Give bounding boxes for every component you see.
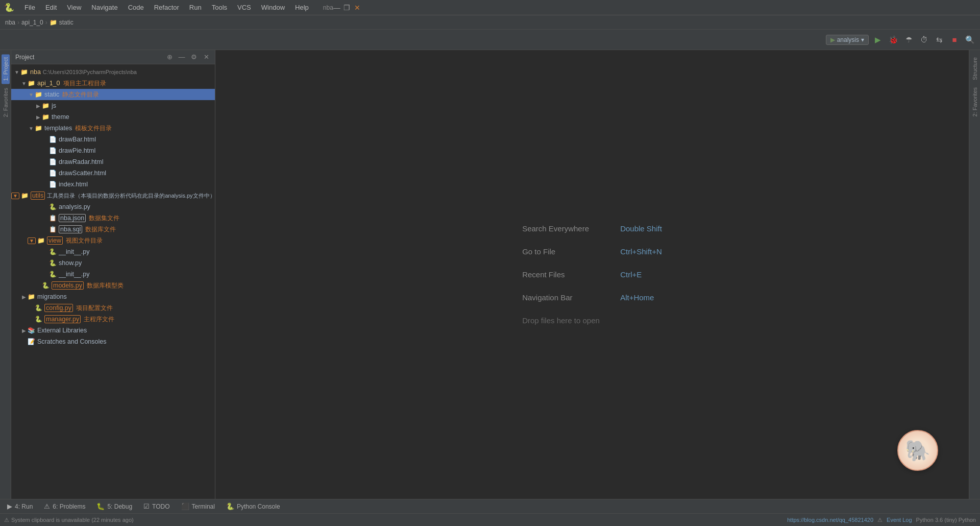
tree-item-showpy[interactable]: 🐍 show.py — [11, 257, 215, 269]
breadcrumb: nba › api_1_0 › 📁 static — [0, 15, 980, 30]
panel-title: Project — [15, 54, 162, 61]
hint-recent-files: Recent Files Ctrl+E — [522, 270, 642, 279]
tree-item-view[interactable]: ▼ 📁 view 视图文件目录 — [11, 235, 215, 246]
drop-hint-area: Search Everywhere Double Shift Go to Fil… — [502, 204, 682, 345]
menu-edit[interactable]: Edit — [41, 3, 61, 12]
breadcrumb-nba[interactable]: nba — [5, 19, 15, 26]
status-message: ⚠ System clipboard is unavailable (22 mi… — [4, 517, 134, 523]
hint-search-everywhere: Search Everywhere Double Shift — [522, 224, 662, 233]
panel-collapse-icon[interactable]: — — [177, 53, 186, 62]
app-icon: 🐍 — [4, 3, 14, 12]
tree-item-init2[interactable]: 🐍 __init__.py — [11, 269, 215, 280]
close-button[interactable]: ✕ — [354, 4, 361, 11]
status-text: System clipboard is unavailable (22 minu… — [11, 517, 134, 523]
tab-problems[interactable]: ⚠ 6: Problems — [39, 500, 90, 513]
tree-item-configpy[interactable]: 🐍 config.py 项目配置文件 — [11, 302, 215, 314]
panel-locate-icon[interactable]: ⊕ — [165, 53, 174, 62]
bottom-tabs: ▶ 4: Run ⚠ 6: Problems 🐛 5: Debug ☑ TODO… — [0, 499, 980, 513]
file-tree: ▼ 📁 nba C:\Users\20193\PycharmProjects\n… — [11, 64, 215, 499]
tree-item-analysis[interactable]: 🐍 analysis.py — [11, 201, 215, 212]
menu-help[interactable]: Help — [291, 3, 313, 12]
python-console-tab-label: Python Console — [237, 503, 280, 510]
tree-item-drawRadar[interactable]: 📄 drawRadar.html — [11, 156, 215, 168]
tree-item-external[interactable]: ▶ 📚 External Libraries — [11, 325, 215, 336]
window-title-project: nba — [323, 4, 333, 11]
csdn-link[interactable]: https://blog.csdn.net/qq_45821420 — [787, 517, 873, 523]
stop-button[interactable]: ■ — [948, 34, 961, 46]
minimize-button[interactable]: — — [333, 4, 340, 11]
tree-item-static[interactable]: ▼ 📁 static 静态文件目录 — [11, 89, 215, 100]
menu-window[interactable]: Window — [257, 3, 289, 12]
tree-item-migrations[interactable]: ▶ 📁 migrations — [11, 291, 215, 302]
panel-settings-icon[interactable]: ⚙ — [189, 53, 199, 62]
breadcrumb-static[interactable]: static — [59, 19, 74, 26]
title-bar: 🐍 File Edit View Navigate Code Refactor … — [0, 0, 980, 15]
breadcrumb-api[interactable]: api_1_0 — [21, 19, 43, 26]
search-everywhere-button[interactable]: 🔍 — [964, 34, 976, 46]
profile-button[interactable]: ⏱ — [918, 34, 930, 46]
tree-item-init1[interactable]: 🐍 __init__.py — [11, 246, 215, 257]
tree-item-index[interactable]: 📄 index.html — [11, 179, 215, 190]
tab-todo[interactable]: ☑ TODO — [138, 500, 175, 513]
right-sidebar: Structure 2: Favorites — [969, 50, 980, 499]
tree-item-api[interactable]: ▼ 📁 api_1_0 项目主工程目录 — [11, 78, 215, 89]
sidebar-tab-favorites[interactable]: 2: Favorites — [2, 85, 10, 120]
todo-tab-label: TODO — [152, 503, 169, 510]
tab-terminal[interactable]: ⬛ Terminal — [176, 500, 220, 513]
mascot-decoration: 🐘 — [897, 430, 938, 471]
menu-vcs[interactable]: VCS — [233, 3, 255, 12]
event-log-link[interactable]: Event Log — [887, 517, 912, 523]
tree-item-nba[interactable]: ▼ 📁 nba C:\Users\20193\PycharmProjects\n… — [11, 66, 215, 78]
title-bar-left: 🐍 File Edit View Navigate Code Refactor … — [4, 3, 333, 12]
panel-header: Project ⊕ — ⚙ ✕ — [11, 50, 215, 64]
problems-tab-label: 6: Problems — [53, 503, 85, 510]
run-button[interactable]: ▶ — [872, 34, 884, 46]
tree-item-scratches[interactable]: 📝 Scratches and Consoles — [11, 336, 215, 347]
concurrency-button[interactable]: ⇆ — [933, 34, 945, 46]
run-config-selector[interactable]: ▶ analysis ▾ — [826, 35, 869, 45]
menu-bar: File Edit View Navigate Code Refactor Ru… — [20, 3, 313, 12]
tree-item-drawBar[interactable]: 📄 drawBar.html — [11, 134, 215, 145]
tree-item-js[interactable]: ▶ 📁 js — [11, 100, 215, 111]
hint-nav-bar: Navigation Bar Alt+Home — [522, 293, 654, 302]
tree-item-utils[interactable]: ▼ 📁 utils 工具类目录（本项目的数据分析代码在此目录的analysis.… — [11, 190, 215, 201]
hint-drop-files: Drop files here to open — [522, 316, 600, 325]
menu-refactor[interactable]: Refactor — [150, 3, 183, 12]
tab-run[interactable]: ▶ 4: Run — [2, 500, 38, 513]
menu-view[interactable]: View — [63, 3, 85, 12]
breadcrumb-folder-icon: 📁 — [50, 19, 57, 26]
maximize-button[interactable]: ❐ — [344, 4, 351, 11]
menu-file[interactable]: File — [20, 3, 39, 12]
editor-area: Search Everywhere Double Shift Go to Fil… — [215, 50, 969, 499]
menu-tools[interactable]: Tools — [208, 3, 231, 12]
hint-goto-file: Go to File Ctrl+Shift+N — [522, 247, 662, 256]
terminal-tab-icon: ⬛ — [181, 503, 189, 510]
breadcrumb-sep-1: › — [17, 19, 19, 26]
menu-run[interactable]: Run — [185, 3, 206, 12]
tree-item-models[interactable]: 🐍 models.py 数据库模型类 — [11, 280, 215, 291]
right-tab-structure[interactable]: Structure — [971, 54, 979, 83]
breadcrumb-sep-2: › — [45, 19, 47, 26]
tree-item-managerpy[interactable]: 🐍 manager.py 主程序文件 — [11, 314, 215, 325]
tree-item-nbasql[interactable]: 📋 nba.sql 数据库文件 — [11, 224, 215, 235]
status-bar: ⚠ System clipboard is unavailable (22 mi… — [0, 513, 980, 526]
tree-item-templates[interactable]: ▼ 📁 templates 模板文件目录 — [11, 123, 215, 134]
tree-item-theme[interactable]: ▶ 📁 theme — [11, 111, 215, 123]
menu-code[interactable]: Code — [124, 3, 148, 12]
panel-hide-icon[interactable]: ✕ — [202, 53, 211, 62]
sidebar-tab-project[interactable]: 1: Project — [2, 54, 10, 84]
menu-navigate[interactable]: Navigate — [87, 3, 121, 12]
right-tab-favorites[interactable]: 2: Favorites — [971, 84, 979, 119]
warning-icon: ⚠ — [4, 517, 9, 523]
terminal-tab-label: Terminal — [192, 503, 215, 510]
tree-item-nbajson[interactable]: 📋 nba.json 数据集文件 — [11, 212, 215, 224]
debug-button[interactable]: 🐞 — [887, 34, 899, 46]
coverage-button[interactable]: ☂ — [902, 34, 915, 46]
run-config-dropdown-icon: ▾ — [861, 36, 864, 43]
tree-item-drawScatter[interactable]: 📄 drawScatter.html — [11, 168, 215, 179]
tab-debug[interactable]: 🐛 5: Debug — [91, 500, 137, 513]
tree-item-drawPie[interactable]: 📄 drawPie.html — [11, 145, 215, 156]
tab-python-console[interactable]: 🐍 Python Console — [221, 500, 285, 513]
main-container: 1: Project 2: Favorites Project ⊕ — ⚙ ✕ … — [0, 50, 980, 499]
status-right: https://blog.csdn.net/qq_45821420 ⚠ Even… — [787, 517, 976, 523]
